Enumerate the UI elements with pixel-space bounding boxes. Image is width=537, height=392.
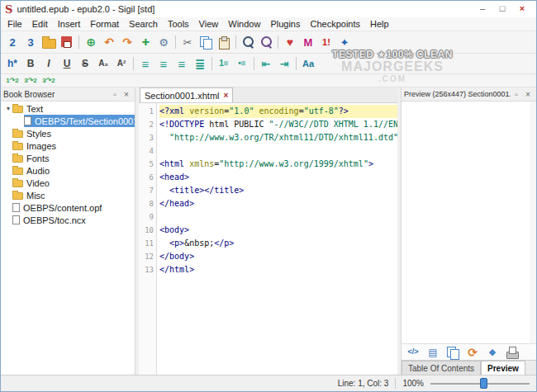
tree-item-fonts[interactable]: Fonts [1,152,135,164]
superscript-button[interactable]: A² [112,55,131,72]
code-line-2[interactable]: <!DOCTYPE html PUBLIC "-//W3C//DTD XHTML… [159,118,397,131]
menu-view[interactable]: View [194,18,224,30]
find-replace-button[interactable] [239,34,257,50]
tree-item-oebps-text-section0001-xhtml[interactable]: OEBPS/Text/Section0001.xhtml [1,115,135,127]
tree-item-label: Images [26,141,56,151]
tree-item-oebps-content-opf[interactable]: OEBPS/content.opf [1,201,135,214]
code-editor[interactable]: 12345678910111213 <?xml version="1.0" en… [139,103,397,375]
tab-preview[interactable]: Preview [481,361,525,375]
heading-menu-button[interactable]: h* [3,55,21,72]
preview-title: Preview (256x447) Section0001.xhtml [404,90,511,98]
align-right-button[interactable]: ≡ [173,55,191,72]
tab-section0001-xhtml[interactable]: Section0001.xhtml × [140,87,233,102]
code-line-9[interactable] [159,210,397,224]
menu-edit[interactable]: Edit [27,18,53,30]
quick-find-button[interactable] [257,34,275,50]
code-line-11[interactable]: <p>&nbsp;</p> [159,237,397,250]
maximize-button[interactable]: □ [492,2,512,16]
heading-swap-1-2-button[interactable]: 1↷2 [3,75,21,87]
menu-search[interactable]: Search [124,18,163,30]
menu-bar: FileEditInsertFormatSearchToolsViewWindo… [1,17,536,31]
inspect-code-button[interactable]: </> [404,344,422,361]
preview-content[interactable] [402,102,536,343]
code-line-4[interactable] [159,144,397,158]
zoom-slider-thumb[interactable] [480,378,487,389]
new-epub2-button[interactable]: 2 [3,34,21,50]
code-line-6[interactable]: <head> [159,171,397,184]
code-line-1[interactable]: <?xml version="1.0" encoding="utf-8"?> [159,105,397,118]
tree-item-styles[interactable]: Styles [1,127,135,139]
align-left-button[interactable]: ≡ [136,55,154,72]
code-content[interactable]: <?xml version="1.0" encoding="utf-8"?><!… [157,103,397,375]
menu-plugins[interactable]: Plugins [265,18,305,30]
bold-button[interactable]: B [21,55,40,72]
title-bar[interactable]: S untitled.epub - epub2.0 - Sigil [std] … [1,1,536,17]
align-center-button[interactable]: ≡ [154,55,173,72]
indent-button[interactable]: ⇥ [275,55,293,72]
tree-item-oebps-toc-ncx[interactable]: OEBPS/toc.ncx [1,214,135,226]
underline-button[interactable]: U [58,55,76,72]
menu-format[interactable]: Format [85,18,124,30]
expand-arrow-icon[interactable]: ▾ [4,105,12,112]
add-existing-files-button[interactable]: ⊕ [82,34,100,50]
undo-button[interactable]: ↶ [100,34,118,50]
new-epub3-button[interactable]: 3 [21,34,40,50]
code-line-5[interactable]: <html xmlns="http://www.w3.org/1999/xhtm… [159,158,397,171]
float-panel-icon[interactable]: ▫ [109,90,121,99]
subscript-button[interactable]: A₂ [94,55,112,72]
tree-item-audio[interactable]: Audio [1,164,135,177]
zoom-slider[interactable] [430,377,530,390]
outdent-button[interactable]: ⇤ [257,55,275,72]
tree-item-video[interactable]: Video [1,177,135,189]
refresh-preview-button[interactable]: ⟳ [463,344,482,361]
tree-item-misc[interactable]: Misc [1,189,135,201]
cut-button[interactable]: ✂ [178,34,197,50]
tree-item-text[interactable]: ▾Text [1,102,135,115]
menu-tools[interactable]: Tools [163,18,194,30]
plugin-2-button[interactable]: ✦ [335,34,354,50]
sync-cursor-button[interactable]: ◆ [483,344,501,361]
code-line-12[interactable]: </body> [159,250,397,263]
heading-swap-3-2-button[interactable]: 3↷2 [21,75,40,87]
code-line-13[interactable]: </html> [159,263,397,276]
mailto-button[interactable]: M [299,34,317,50]
paste-button[interactable] [215,34,233,50]
close-preview-icon[interactable]: × [522,90,534,99]
minimize-button[interactable]: – [473,2,492,16]
align-justify-button[interactable]: ≣ [191,55,209,72]
menu-window[interactable]: Window [223,18,265,30]
redo-button[interactable]: ↷ [118,34,136,50]
close-button[interactable]: × [512,2,532,16]
tab-table-of-contents[interactable]: Table Of Contents [402,361,481,375]
tree-item-images[interactable]: Images [1,139,135,152]
copy-button[interactable] [197,34,215,50]
open-button[interactable] [40,34,58,50]
line-number: 13 [139,263,154,276]
change-case-button[interactable]: Aa [299,55,317,72]
insert-file-button[interactable]: ✚ [136,34,154,50]
donate-button[interactable]: ♥ [281,34,299,50]
copy-html-button[interactable] [444,344,462,361]
save-button[interactable] [58,34,76,50]
settings-button[interactable]: ⚙ [154,34,173,50]
print-preview-button[interactable] [503,344,521,361]
tab-close-icon[interactable]: × [224,91,229,100]
preview-toolbar: </>▤⟳◆ [402,343,536,360]
menu-help[interactable]: Help [365,18,394,30]
code-line-8[interactable]: </head> [159,197,397,210]
menu-checkpoints[interactable]: Checkpoints [305,18,365,30]
numbered-list-button[interactable]: 1≡ [215,55,233,72]
code-line-3[interactable]: "http://www.w3.org/TR/xhtml11/DTD/xhtml1… [159,131,397,144]
plugin-1-button[interactable]: 1! [317,34,335,50]
menu-insert[interactable]: Insert [53,18,86,30]
code-line-10[interactable]: <body> [159,224,397,237]
heading-swap-3-2b-button[interactable]: 3↷2 [40,75,58,87]
code-line-7[interactable]: <title></title> [159,184,397,197]
float-preview-icon[interactable]: ▫ [511,90,522,99]
menu-file[interactable]: File [2,18,27,30]
bullet-list-button[interactable]: •≡ [233,55,251,72]
select-element-button[interactable]: ▤ [424,344,442,361]
strikethrough-button[interactable]: S [76,55,94,72]
italic-button[interactable]: I [40,55,58,72]
close-panel-icon[interactable]: × [121,90,132,99]
